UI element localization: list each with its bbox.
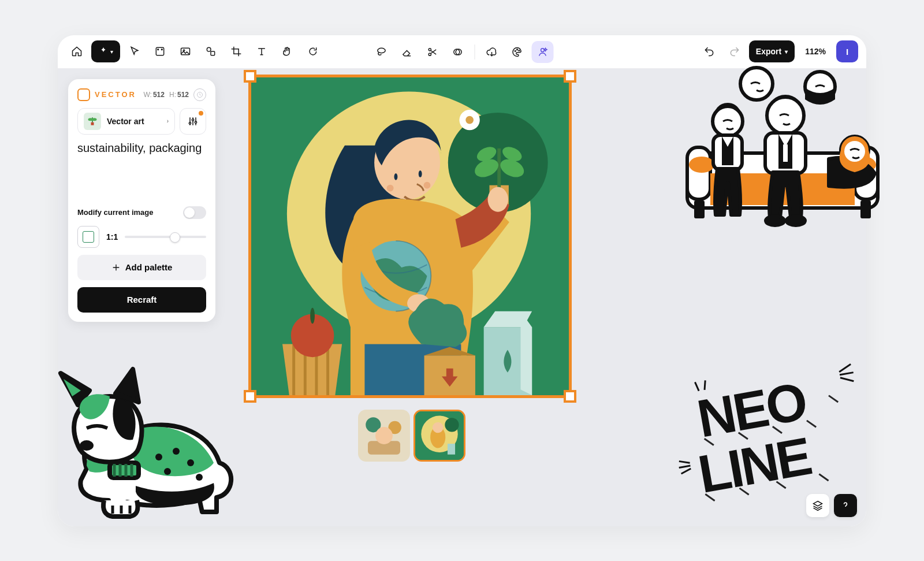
- svg-point-9: [429, 53, 431, 55]
- selected-artboard[interactable]: [248, 75, 572, 398]
- help-button[interactable]: [834, 494, 857, 517]
- svg-point-5: [207, 47, 211, 51]
- text-icon: [256, 46, 267, 57]
- width-value: 512: [153, 91, 165, 99]
- lasso-icon: [376, 46, 388, 58]
- scissors-icon: [427, 46, 438, 58]
- zoom-indicator[interactable]: 112%: [798, 40, 833, 62]
- svg-point-52: [92, 118, 96, 121]
- variant-thumbnail-2[interactable]: [413, 410, 465, 462]
- eraser-tool-button[interactable]: [396, 41, 418, 63]
- svg-point-27: [394, 173, 398, 180]
- style-row: Vector art ›: [77, 108, 206, 135]
- svg-point-31: [488, 187, 508, 211]
- svg-point-53: [189, 122, 191, 124]
- resize-handle-bl[interactable]: [244, 390, 256, 403]
- ai-tool-button[interactable]: [532, 41, 554, 63]
- redo-button[interactable]: [724, 40, 746, 62]
- magic-person-icon: [537, 46, 549, 58]
- canvas-area[interactable]: VECTOR W:512 H:512 Vector art ›: [58, 69, 866, 526]
- modify-image-toggle[interactable]: [183, 206, 206, 219]
- app-window: ▾: [58, 35, 866, 526]
- question-icon: [840, 500, 851, 511]
- layers-button[interactable]: [806, 494, 829, 517]
- generated-artwork: [251, 77, 569, 395]
- blend-tool-button[interactable]: [447, 41, 469, 63]
- aspect-ratio-row: 1:1: [77, 226, 206, 248]
- variant-thumbnail-1[interactable]: [358, 410, 410, 462]
- style-preset-label: Vector art: [107, 117, 144, 126]
- style-preset-selector[interactable]: Vector art ›: [77, 108, 175, 135]
- avatar-initial: I: [846, 47, 848, 57]
- style-thumb-icon: [84, 113, 101, 130]
- sliders-icon: [187, 116, 199, 127]
- palette-tool-button[interactable]: [506, 41, 528, 63]
- frame-tool-button[interactable]: [149, 40, 171, 62]
- history-icon[interactable]: [193, 88, 206, 101]
- plus-icon: [111, 263, 121, 272]
- properties-panel: VECTOR W:512 H:512 Vector art ›: [68, 79, 215, 322]
- image-icon: [180, 46, 191, 57]
- chevron-down-icon: ▾: [110, 49, 113, 55]
- svg-point-12: [515, 50, 516, 51]
- aspect-ratio-label: 1:1: [106, 232, 118, 242]
- svg-point-13: [517, 49, 518, 50]
- aspect-ratio-icon: [83, 231, 94, 243]
- undo-button[interactable]: [698, 40, 720, 62]
- zoom-value: 112%: [805, 47, 826, 56]
- avatar[interactable]: I: [836, 40, 858, 62]
- svg-rect-50: [91, 122, 94, 125]
- home-button[interactable]: [66, 40, 88, 62]
- crop-tool-button[interactable]: [225, 40, 247, 62]
- cloud-upload-icon: [486, 46, 498, 58]
- layers-icon: [812, 500, 824, 511]
- cut-tool-button[interactable]: [422, 41, 444, 63]
- hand-icon: [281, 46, 293, 57]
- resize-handle-tl[interactable]: [244, 70, 256, 83]
- add-palette-button[interactable]: Add palette: [77, 255, 206, 280]
- vector-logo-icon: [77, 88, 90, 101]
- dimensions-readout: W:512 H:512: [143, 88, 206, 101]
- sparkle-icon: [98, 46, 109, 57]
- lasso-tool-button[interactable]: [371, 41, 393, 63]
- prompt-input[interactable]: [77, 142, 206, 199]
- chevron-down-icon: ▾: [785, 49, 788, 55]
- upload-tool-button[interactable]: [481, 41, 503, 63]
- svg-point-45: [445, 418, 459, 432]
- svg-point-29: [387, 184, 394, 191]
- svg-point-30: [424, 181, 431, 188]
- undo-icon: [703, 46, 715, 57]
- export-button[interactable]: Export ▾: [749, 40, 795, 62]
- palette-icon: [512, 46, 523, 58]
- text-tool-button[interactable]: [251, 40, 273, 62]
- advanced-settings-button[interactable]: [180, 108, 206, 135]
- cursor-icon: [129, 46, 140, 57]
- svg-point-28: [419, 170, 422, 177]
- hand-tool-button[interactable]: [276, 40, 298, 62]
- comment-tool-button[interactable]: [301, 40, 323, 62]
- toolbar-separator: [475, 44, 475, 60]
- home-icon: [71, 46, 83, 57]
- aspect-ratio-slider[interactable]: [125, 236, 206, 238]
- eraser-icon: [401, 46, 413, 58]
- resize-handle-br[interactable]: [564, 390, 576, 403]
- aspect-ratio-button[interactable]: [77, 226, 99, 248]
- svg-point-25: [465, 116, 474, 124]
- svg-rect-48: [448, 444, 455, 455]
- generate-tool-button[interactable]: ▾: [91, 40, 120, 62]
- svg-point-47: [433, 422, 444, 433]
- svg-point-1: [158, 49, 159, 50]
- resize-handle-tr[interactable]: [564, 70, 576, 83]
- crop-icon: [230, 46, 242, 57]
- svg-point-42: [375, 427, 393, 444]
- intersect-icon: [452, 46, 464, 58]
- shapes-tool-button[interactable]: [200, 40, 222, 62]
- cursor-tool-button[interactable]: [124, 40, 146, 62]
- recraft-button[interactable]: Recraft: [77, 287, 206, 313]
- export-label: Export: [756, 47, 781, 56]
- svg-rect-6: [211, 51, 215, 55]
- sustainability-illustration: [251, 77, 569, 395]
- frame-icon: [154, 46, 166, 57]
- image-tool-button[interactable]: [174, 40, 196, 62]
- canvas-corner-buttons: [806, 494, 857, 517]
